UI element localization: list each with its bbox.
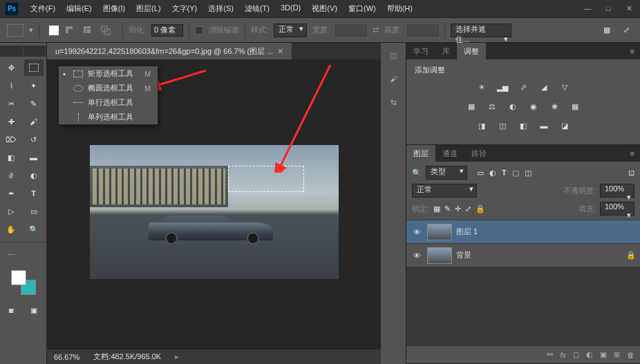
filter-pixel-icon[interactable]: ▭ (477, 169, 484, 178)
panel-tab[interactable]: 调整 (457, 43, 486, 59)
type-tool[interactable]: T (24, 185, 44, 202)
filter-shape-icon[interactable]: ▢ (512, 169, 519, 178)
minimize-button[interactable]: — (582, 4, 593, 13)
blur-tool[interactable]: ∂ (1, 167, 21, 184)
zoom-level[interactable]: 66.67% (54, 353, 79, 361)
selective-color-icon[interactable]: ◪ (558, 119, 571, 132)
menu-item[interactable]: 图层(L) (131, 1, 166, 17)
move-tool[interactable]: ✥ (1, 59, 21, 76)
delete-layer-icon[interactable]: 🗑 (627, 351, 634, 359)
panel-menu-icon[interactable]: ≡ (625, 145, 640, 162)
selection-new-icon[interactable] (49, 26, 59, 35)
filter-toggle[interactable]: ⊡ (628, 169, 634, 178)
shape-tool[interactable]: ▭ (24, 203, 44, 220)
layer-name[interactable]: 图层 1 (456, 227, 478, 237)
eyedropper-tool[interactable]: ✎ (24, 95, 44, 112)
panel-tab[interactable]: 库 (435, 43, 457, 59)
eraser-tool[interactable]: ◧ (1, 149, 21, 166)
balance-icon[interactable]: ⚖ (486, 100, 498, 113)
exposure-icon[interactable]: ◢ (538, 81, 550, 93)
menu-item[interactable]: 窗口(W) (343, 1, 382, 17)
photo-filter-icon[interactable]: ◉ (527, 100, 540, 113)
lock-artboard-icon[interactable]: ✛ (455, 204, 461, 213)
layer-visibility-icon[interactable]: 👁 (411, 228, 423, 236)
path-select-tool[interactable]: ▷ (1, 203, 21, 220)
foreground-swatch[interactable] (11, 270, 26, 285)
stamp-tool[interactable]: ⌦ (1, 131, 21, 148)
filter-type-icon[interactable]: T (502, 169, 507, 178)
group-icon[interactable]: ▣ (600, 350, 607, 359)
brush-tool[interactable]: 🖌 (24, 113, 44, 130)
curves-icon[interactable]: ⬀ (517, 81, 529, 93)
filter-adj-icon[interactable]: ◐ (489, 169, 496, 178)
close-button[interactable]: ✕ (623, 4, 634, 13)
menu-item[interactable]: 图像(I) (97, 1, 131, 17)
menu-item[interactable]: 选择(S) (203, 1, 239, 17)
menu-item[interactable]: 3D(D) (275, 1, 306, 17)
menu-item[interactable]: 视图(V) (306, 1, 343, 17)
link-layers-icon[interactable]: ⚯ (547, 350, 553, 359)
menu-item[interactable]: 文字(Y) (167, 1, 203, 17)
edit-toolbar-icon[interactable]: ⋯ (1, 247, 21, 263)
selection-add-icon[interactable] (63, 23, 77, 37)
brightness-icon[interactable]: ☀ (476, 81, 488, 93)
layer-row[interactable]: 👁图层 1 (406, 220, 640, 244)
layer-thumbnail[interactable] (427, 224, 452, 240)
brushes-panel-icon[interactable]: 🖌 (385, 70, 402, 87)
lasso-tool[interactable]: ⌇ (1, 77, 21, 94)
selection-intersect-icon[interactable] (99, 23, 113, 37)
panel-tab[interactable]: 通道 (435, 145, 464, 162)
new-layer-icon[interactable]: ⊞ (614, 350, 620, 359)
refine-edge-button[interactable]: 选择并遮住... (451, 23, 511, 37)
lock-pixels-icon[interactable]: ▦ (433, 204, 440, 213)
style-select[interactable]: 正常 (274, 23, 307, 37)
panel-menu-icon[interactable]: ≡ (625, 43, 640, 59)
crop-tool[interactable]: ✂ (1, 95, 21, 112)
gradient-tool[interactable]: ▬ (24, 149, 44, 166)
layer-visibility-icon[interactable]: 👁 (411, 251, 423, 260)
invert-icon[interactable]: ◨ (476, 119, 488, 132)
blend-mode-select[interactable]: 正常 (412, 184, 477, 198)
dodge-tool[interactable]: ◐ (24, 167, 44, 184)
fill-input[interactable]: 100% (600, 202, 634, 215)
layer-name[interactable]: 背景 (456, 250, 471, 260)
hand-tool[interactable]: ✋ (1, 221, 21, 238)
maximize-button[interactable]: □ (603, 4, 614, 13)
menu-item[interactable]: 文件(F) (25, 1, 61, 17)
layer-fx-icon[interactable]: fx (560, 351, 566, 359)
tool-preset-icon[interactable] (7, 24, 23, 37)
panel-tab[interactable]: 路径 (464, 145, 493, 162)
swatches-panel-icon[interactable]: ⇆ (385, 94, 402, 111)
selection-subtract-icon[interactable] (81, 23, 95, 37)
flyout-item[interactable]: 单列选框工具 (59, 110, 158, 124)
bw-icon[interactable]: ◐ (507, 100, 519, 113)
history-brush-tool[interactable]: ↺ (24, 131, 44, 148)
document-size[interactable]: 文档:482.5K/965.0K (93, 352, 161, 362)
panel-tab[interactable]: 学习 (406, 43, 435, 59)
channel-mixer-icon[interactable]: ❀ (548, 100, 561, 113)
flyout-item[interactable]: 单行选框工具 (59, 95, 158, 110)
menu-item[interactable]: 编辑(E) (61, 1, 97, 17)
lock-all-icon[interactable]: 🔒 (476, 204, 485, 213)
hue-icon[interactable]: ▦ (465, 100, 478, 113)
zoom-tool[interactable]: 🔍 (24, 221, 44, 238)
color-swatches[interactable] (11, 270, 36, 295)
workspace-icon[interactable]: ⤢ (619, 23, 633, 37)
lock-nest-icon[interactable]: ⤢ (465, 204, 471, 213)
lock-position-icon[interactable]: ✎ (444, 204, 451, 213)
vibrance-icon[interactable]: ▽ (558, 81, 571, 93)
feather-input[interactable] (151, 24, 183, 37)
flyout-item[interactable]: •矩形选框工具M (59, 66, 158, 81)
mask-mode-icon[interactable]: ▦ (600, 23, 614, 37)
screenmode-icon[interactable]: ▣ (24, 302, 44, 318)
posterize-icon[interactable]: ◫ (496, 119, 509, 132)
adjustment-layer-icon[interactable]: ◐ (586, 350, 593, 359)
quick-select-tool[interactable]: ✦ (24, 77, 44, 94)
layer-mask-icon[interactable]: ◻ (573, 350, 579, 359)
gradient-map-icon[interactable]: ▬ (538, 119, 550, 132)
menu-item[interactable]: 帮助(H) (382, 1, 418, 17)
pen-tool[interactable]: ✒ (1, 185, 21, 202)
layer-thumbnail[interactable] (427, 247, 452, 264)
flyout-item[interactable]: 椭圆选框工具M (59, 81, 158, 95)
healing-tool[interactable]: ✚ (1, 113, 21, 130)
